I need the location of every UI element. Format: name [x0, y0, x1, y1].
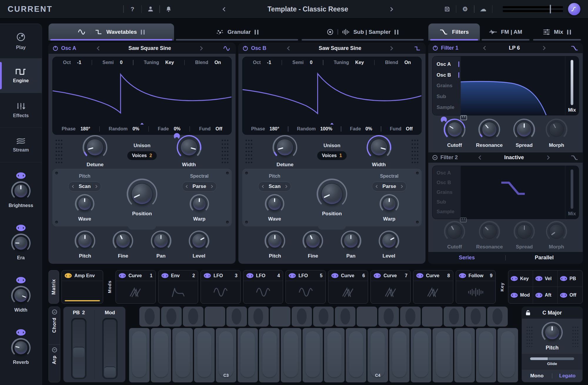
square-icon[interactable] — [414, 46, 421, 51]
piano-key[interactable] — [303, 328, 323, 382]
mod-drag-icon[interactable] — [535, 276, 542, 281]
macro-mod-icon[interactable] — [16, 329, 26, 336]
piano-key-black[interactable] — [400, 307, 421, 327]
mod-drag-icon[interactable] — [374, 273, 381, 278]
pause-icon[interactable] — [255, 30, 259, 35]
mod-drag-icon[interactable] — [511, 276, 518, 281]
glide-slider[interactable] — [530, 357, 574, 360]
drag-handle[interactable] — [221, 139, 229, 164]
amp-env-cell[interactable]: Amp Env — [61, 270, 103, 304]
next-filter-icon[interactable] — [545, 155, 550, 160]
param-value[interactable]: 0 — [310, 60, 313, 65]
filter-1-display[interactable]: Osc A Osc B Grains Sub Sample — [432, 56, 579, 115]
routing-parallel[interactable]: Parallel — [506, 255, 583, 261]
mod-aft[interactable]: Aft — [533, 287, 558, 303]
param-value[interactable]: Off — [406, 126, 412, 132]
mod-amount-icon[interactable] — [174, 133, 180, 139]
mod-drag-icon[interactable] — [535, 293, 542, 298]
mod-drag-icon[interactable] — [246, 273, 253, 278]
drag-handle[interactable] — [526, 326, 532, 347]
mod-cell-env-2[interactable]: Env2 — [158, 270, 198, 304]
source-grains[interactable]: Grains — [432, 81, 461, 90]
reverb-knob[interactable] — [11, 338, 31, 357]
osc-b-display[interactable]: Oct-1 Semi0 TuningKey BlendOn Phase180° — [242, 57, 422, 135]
tab-filters[interactable]: Filters — [428, 23, 480, 41]
pitch-knob[interactable] — [75, 231, 95, 251]
source-sample[interactable]: Sample — [432, 103, 461, 112]
help-icon[interactable]: ? — [129, 5, 136, 13]
voices-stepper[interactable]: Voices 2 — [127, 151, 157, 160]
prev-wavetable-icon[interactable] — [96, 46, 101, 51]
cutoff-knob[interactable] — [444, 119, 465, 140]
source-osc-b[interactable]: Osc B — [432, 70, 461, 80]
piano-key-black[interactable] — [161, 307, 182, 327]
piano-key[interactable] — [411, 328, 431, 382]
level-handle[interactable] — [550, 5, 551, 14]
macro-mod-icon[interactable] — [16, 172, 26, 179]
pause-icon[interactable] — [141, 30, 145, 35]
mod-drag-icon[interactable] — [119, 273, 126, 278]
brightness-knob[interactable] — [11, 181, 31, 201]
wavetable-name[interactable]: Saw Square Sine — [128, 45, 171, 51]
mod-cell-lfo-3[interactable]: LFO3 — [201, 270, 241, 304]
tab-wavetables[interactable]: Wavetables — [49, 23, 174, 41]
voices-stepper[interactable]: Voices 1 — [317, 151, 347, 160]
sidebar-item-stream[interactable]: Stream — [0, 128, 42, 162]
sidebar-item-engine[interactable]: Engine — [0, 58, 42, 93]
mod-wheel[interactable] — [102, 318, 118, 379]
osc-a-display[interactable]: Oct-1 Semi0 TuningKey BlendOn Phase180° — [52, 57, 232, 135]
source-sub[interactable]: Sub — [432, 92, 461, 101]
piano-key-black[interactable] — [313, 307, 334, 327]
glide-handle[interactable] — [548, 357, 549, 360]
next-preset-icon[interactable] — [389, 7, 393, 11]
arp-off-icon[interactable] — [52, 347, 57, 352]
wheel-handle[interactable] — [104, 366, 116, 377]
piano-key[interactable] — [346, 328, 366, 382]
tab-arp[interactable]: Arp — [49, 344, 60, 382]
detune-knob[interactable] — [83, 135, 107, 160]
prev-filter-icon[interactable] — [483, 46, 487, 51]
piano-key-black[interactable] — [292, 307, 312, 327]
mix-slider[interactable] — [571, 169, 573, 209]
next-icon[interactable] — [400, 185, 403, 188]
prev-icon[interactable] — [262, 185, 265, 188]
mod-drag-icon[interactable] — [161, 273, 168, 278]
source-sub[interactable]: Sub — [432, 197, 461, 207]
param-value[interactable]: 100% — [320, 126, 332, 132]
mod-amount-icon[interactable] — [441, 117, 447, 123]
prev-filter-icon[interactable] — [478, 155, 483, 160]
param-value[interactable]: 0% — [365, 126, 372, 132]
tab-chord[interactable]: Chord — [49, 307, 60, 344]
scale-value[interactable]: C Major — [542, 310, 562, 316]
mod-drag-icon[interactable] — [416, 273, 423, 278]
mod-drag-icon[interactable] — [204, 273, 211, 278]
settings-gear-icon[interactable]: ⚙ — [461, 5, 469, 13]
fine-knob[interactable] — [303, 231, 323, 251]
filter-1-curve[interactable] — [461, 56, 565, 115]
next-icon[interactable] — [210, 185, 213, 188]
mod-mod[interactable]: Mod — [508, 287, 533, 303]
source-grains[interactable]: Grains — [432, 188, 461, 197]
mix-slider[interactable] — [571, 60, 573, 105]
width-macro-knob[interactable] — [11, 286, 31, 305]
width-knob[interactable] — [367, 135, 391, 160]
bell-icon[interactable] — [165, 5, 173, 13]
inactive-icon[interactable] — [432, 155, 437, 160]
piano-key-c3[interactable]: C3 — [216, 328, 236, 382]
param-value[interactable]: -1 — [77, 60, 81, 65]
wavetable-name[interactable]: Saw Square Sine — [319, 45, 361, 51]
source-sample[interactable]: Sample — [432, 207, 461, 216]
filter-type[interactable]: LP 6 — [509, 45, 520, 51]
piano-key[interactable] — [497, 328, 518, 382]
routing-series[interactable]: Series — [428, 255, 505, 261]
macro-mod-icon[interactable] — [16, 277, 26, 283]
param-value[interactable]: 180° — [81, 126, 90, 132]
param-value[interactable]: On — [214, 60, 221, 65]
spread-knob[interactable] — [513, 119, 535, 140]
piano-key-black[interactable] — [226, 307, 247, 327]
piano-key-black[interactable] — [444, 307, 464, 327]
macro-mod-icon[interactable] — [16, 225, 26, 231]
pan-knob[interactable] — [341, 231, 361, 251]
detune-knob[interactable] — [273, 135, 297, 160]
level-knob[interactable] — [379, 231, 399, 251]
